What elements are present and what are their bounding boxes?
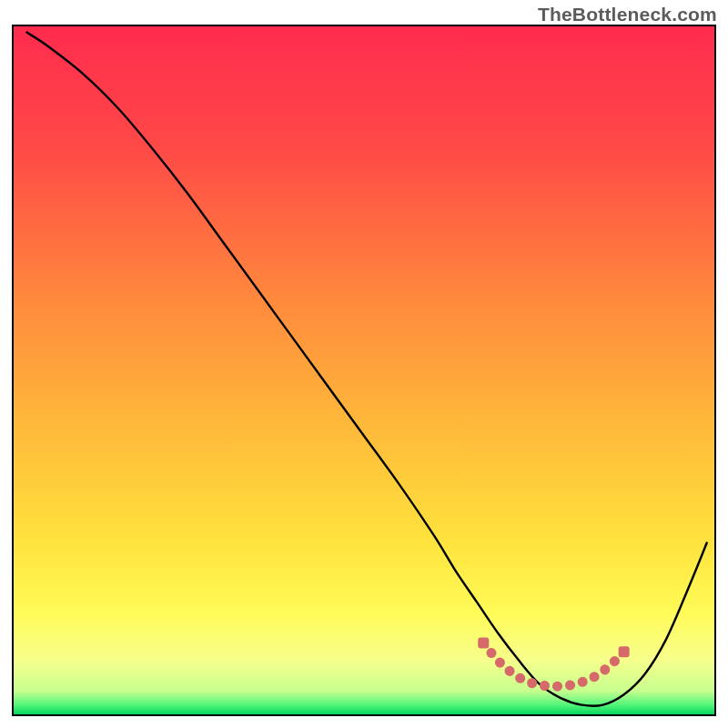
bottleneck-chart [0, 0, 728, 728]
chart-container: TheBottleneck.com [0, 0, 728, 728]
gradient-background [13, 25, 715, 715]
watermark-label: TheBottleneck.com [538, 4, 717, 25]
svg-rect-0 [478, 637, 489, 648]
svg-rect-1 [619, 646, 630, 657]
